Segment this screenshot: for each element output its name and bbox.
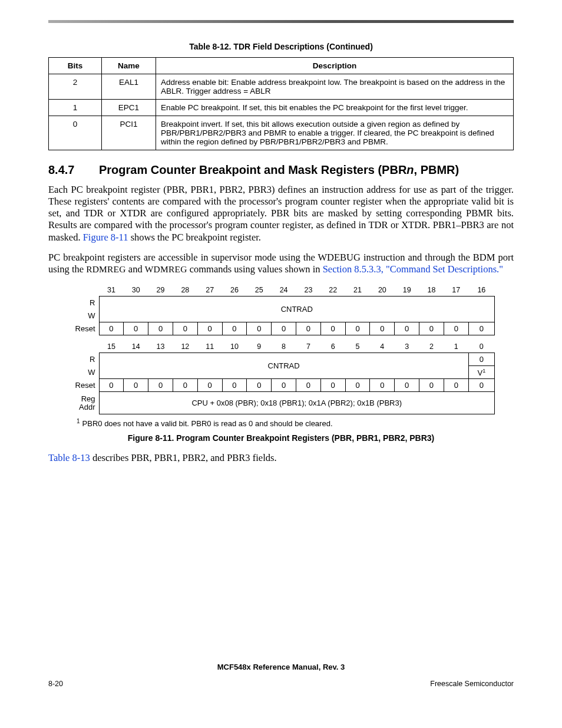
reset-val: 0 — [296, 322, 321, 335]
reset-val: 0 — [222, 322, 247, 335]
reset-val: 0 — [99, 322, 124, 335]
bitnum: 14 — [124, 340, 148, 353]
cell-name: PCI1 — [102, 116, 156, 150]
cell-bits: 2 — [49, 74, 102, 100]
para-text: describes PBR, PBR1, PBR2, and PBR3 fiel… — [90, 452, 277, 463]
reset-val: 0 — [419, 322, 444, 335]
bitnum: 7 — [296, 340, 321, 353]
th-bits: Bits — [49, 58, 102, 74]
footer-company: Freescale Semiconductor — [430, 680, 514, 688]
reset-val: 0 — [395, 379, 419, 392]
small-caps: RDMREG — [86, 264, 126, 274]
field-cntrad: CNTRAD — [99, 353, 468, 379]
bitnum-row-high: 31 30 29 28 27 26 25 24 23 22 21 20 19 1… — [67, 284, 495, 297]
table-caption: Table 8-12. TDR Field Descriptions (Cont… — [48, 42, 514, 51]
reset-val: 0 — [197, 322, 222, 335]
cell-bits: 0 — [49, 116, 102, 150]
table-row: 1 EPC1 Enable PC breakpoint. If set, thi… — [49, 100, 514, 116]
footnote-num: 1 — [77, 418, 80, 424]
bitnum: 20 — [370, 284, 395, 297]
reset-val: 0 — [444, 379, 468, 392]
cell-desc: Breakpoint invert. If set, this bit allo… — [156, 116, 514, 150]
para-text: and — [126, 263, 145, 275]
reset-val: 0 — [320, 322, 345, 335]
body-paragraph: PC breakpoint registers are accessible i… — [48, 252, 514, 275]
bitnum: 9 — [247, 340, 272, 353]
register-diagram: 31 30 29 28 27 26 25 24 23 22 21 20 19 1… — [67, 284, 495, 415]
body-paragraph: Each PC breakpoint register (PBR, PBR1, … — [48, 184, 514, 243]
reset-val: 0 — [99, 379, 124, 392]
section-title-a: Program Counter Breakpoint and Mask Regi… — [99, 163, 406, 176]
reset-val: 0 — [468, 322, 494, 335]
xref-link[interactable]: Section 8.5.3.3, "Command Set Descriptio… — [323, 263, 503, 275]
xref-link[interactable]: Table 8-13 — [48, 452, 90, 463]
bitnum: 3 — [395, 340, 419, 353]
figure-caption: Figure 8-11. Program Counter Breakpoint … — [48, 433, 514, 443]
xref-link[interactable]: Figure 8-11 — [83, 232, 128, 243]
row-label-regaddr: RegAddr — [67, 392, 99, 414]
bitnum: 6 — [320, 340, 345, 353]
cell-desc: Enable PC breakpoint. If set, this bit e… — [156, 100, 514, 116]
bitnum-row-low: 15 14 13 12 11 10 9 8 7 6 5 4 3 2 1 0 — [67, 340, 495, 353]
reset-val: 0 — [173, 322, 197, 335]
reset-val: 0 — [148, 379, 173, 392]
bitnum: 29 — [148, 284, 173, 297]
page-number: 8-20 — [48, 680, 63, 688]
section-heading: 8.4.7Program Counter Breakpoint and Mask… — [48, 163, 514, 177]
bitnum: 0 — [468, 340, 494, 353]
reg-r-row-low: R CNTRAD 0 — [67, 353, 495, 366]
reset-val: 0 — [468, 379, 494, 392]
row-label-r: R — [67, 353, 99, 366]
cell-desc: Address enable bit: Enable address break… — [156, 74, 514, 100]
bitnum: 2 — [419, 340, 444, 353]
bitnum: 18 — [419, 284, 444, 297]
reg-reset-row-low: Reset 0 0 0 0 0 0 0 0 0 0 0 0 0 0 0 0 — [67, 379, 495, 392]
bitnum: 21 — [345, 284, 370, 297]
reset-val: 0 — [345, 322, 370, 335]
footer-center: MCF548x Reference Manual, Rev. 3 — [48, 663, 514, 671]
bitnum: 31 — [99, 284, 124, 297]
bitnum: 10 — [222, 340, 247, 353]
row-label-reset: Reset — [67, 379, 99, 392]
field-bit0-w: V1 — [468, 366, 494, 379]
section-title-b: , PBMR) — [414, 163, 459, 176]
bitnum: 11 — [197, 340, 222, 353]
reset-val: 0 — [247, 379, 272, 392]
row-label-r: R — [67, 297, 99, 309]
reset-val: 0 — [345, 379, 370, 392]
section-title-ital: n — [406, 163, 414, 176]
bitnum: 15 — [99, 340, 124, 353]
para-text: shows the PC breakpoint register. — [128, 232, 261, 243]
bitnum: 22 — [320, 284, 345, 297]
table-header-row: Bits Name Description — [49, 58, 514, 74]
table-row: 0 PCI1 Breakpoint invert. If set, this b… — [49, 116, 514, 150]
footer-row: 8-20 Freescale Semiconductor — [48, 680, 514, 688]
cell-name: EAL1 — [102, 74, 156, 100]
para-text: commands using values shown in — [187, 263, 323, 275]
bitnum: 24 — [272, 284, 296, 297]
bitnum: 5 — [345, 340, 370, 353]
th-desc: Description — [156, 58, 514, 74]
reset-val: 0 — [272, 379, 296, 392]
cell-name: EPC1 — [102, 100, 156, 116]
bitnum: 8 — [272, 340, 296, 353]
field-bit0-r: 0 — [468, 353, 494, 366]
reset-val: 0 — [395, 322, 419, 335]
reset-val: 0 — [272, 322, 296, 335]
reset-val: 0 — [124, 322, 148, 335]
row-label-w: W — [67, 309, 99, 322]
bitnum: 13 — [148, 340, 173, 353]
bitnum: 1 — [444, 340, 468, 353]
bitnum: 12 — [173, 340, 197, 353]
small-caps: WDMREG — [145, 264, 187, 274]
reset-val: 0 — [124, 379, 148, 392]
bitnum: 19 — [395, 284, 419, 297]
reset-val: 0 — [148, 322, 173, 335]
footnote-text: PBR0 does not have a valid bit. PBR0 is … — [82, 420, 333, 429]
row-label-reset: Reset — [67, 322, 99, 335]
bitnum: 26 — [222, 284, 247, 297]
bitnum: 28 — [173, 284, 197, 297]
reg-r-row-high: R CNTRAD — [67, 297, 495, 309]
bitnum: 23 — [296, 284, 321, 297]
bitnum: 16 — [468, 284, 494, 297]
